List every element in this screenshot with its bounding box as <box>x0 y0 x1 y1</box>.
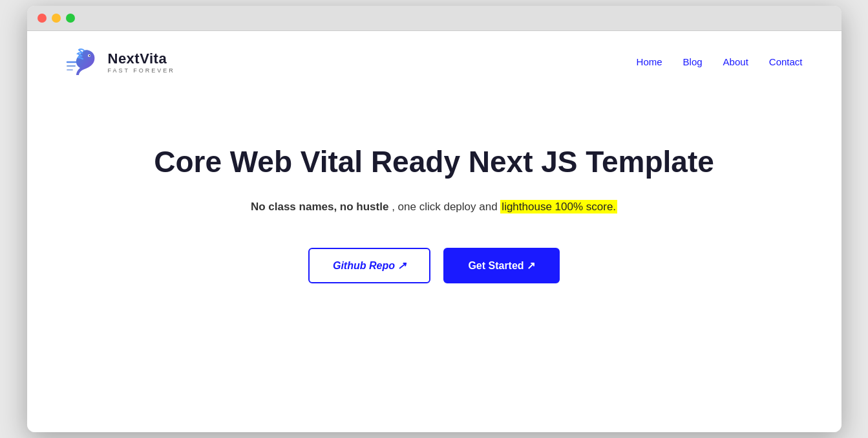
nav-item-about[interactable]: About <box>723 56 748 68</box>
hero-subtitle-highlight: lighthouse 100% score. <box>500 200 617 214</box>
browser-window: NextVita FAST FOREVER Home Blog About Co… <box>27 6 842 432</box>
logo-text-group: NextVita FAST FOREVER <box>108 50 175 74</box>
minimize-button[interactable] <box>52 14 61 23</box>
hero-title: Core Web Vital Ready Next JS Template <box>154 144 714 180</box>
nav-item-blog[interactable]: Blog <box>683 56 703 68</box>
maximize-button[interactable] <box>66 14 75 23</box>
navbar: NextVita FAST FOREVER Home Blog About Co… <box>27 31 842 93</box>
svg-point-4 <box>89 55 90 56</box>
close-button[interactable] <box>37 14 47 23</box>
github-repo-button[interactable]: Github Repo ↗ <box>308 248 430 283</box>
hero-subtitle: No class names, no hustle , one click de… <box>251 198 617 215</box>
nav-link-about[interactable]: About <box>723 56 748 67</box>
browser-chrome <box>27 6 842 31</box>
hero-buttons: Github Repo ↗ Get Started ↗ <box>308 248 560 283</box>
logo-name: NextVita <box>108 50 175 67</box>
hero-section: Core Web Vital Ready Next JS Template No… <box>27 93 842 361</box>
logo-link[interactable]: NextVita FAST FOREVER <box>66 44 175 80</box>
hero-subtitle-bold: No class names, no hustle <box>251 201 389 213</box>
logo-icon <box>66 44 101 80</box>
page-content: NextVita FAST FOREVER Home Blog About Co… <box>27 31 842 432</box>
hero-subtitle-regular: , one click deploy and <box>388 201 500 213</box>
nav-link-contact[interactable]: Contact <box>769 56 803 67</box>
logo-tagline: FAST FOREVER <box>108 67 175 74</box>
get-started-button[interactable]: Get Started ↗ <box>443 248 560 283</box>
nav-item-contact[interactable]: Contact <box>769 56 803 68</box>
nav-links: Home Blog About Contact <box>637 56 803 68</box>
nav-item-home[interactable]: Home <box>637 56 662 68</box>
nav-link-blog[interactable]: Blog <box>683 56 703 67</box>
nav-link-home[interactable]: Home <box>637 56 662 67</box>
